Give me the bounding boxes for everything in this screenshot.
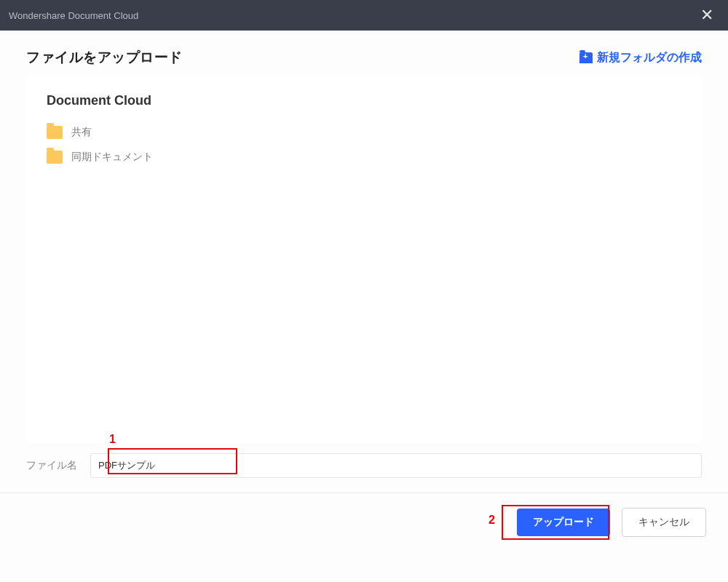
folder-plus-icon (579, 52, 593, 63)
cancel-button[interactable]: キャンセル (622, 508, 706, 537)
filename-label: ファイル名 (26, 459, 77, 472)
folder-label: 共有 (71, 126, 92, 139)
folder-row[interactable]: 同期ドキュメント (47, 145, 681, 170)
folder-row[interactable]: 共有 (47, 120, 681, 145)
folder-icon (47, 151, 63, 164)
filename-row: ファイル名 1 (0, 443, 728, 493)
titlebar: Wondershare Document Cloud ✕ (0, 0, 728, 31)
folder-icon (47, 126, 63, 139)
close-icon[interactable]: ✕ (695, 4, 719, 26)
annotation-number-1: 1 (109, 433, 116, 446)
folder-label: 同期ドキュメント (71, 151, 153, 164)
breadcrumb[interactable]: Document Cloud (47, 93, 681, 108)
titlebar-text: Wondershare Document Cloud (9, 10, 138, 21)
content-card: Document Cloud 共有 同期ドキュメント (26, 76, 702, 443)
new-folder-button[interactable]: 新規フォルダの作成 (579, 50, 702, 65)
new-folder-label: 新規フォルダの作成 (597, 50, 702, 65)
upload-button[interactable]: アップロード (517, 509, 610, 536)
footer: アップロード キャンセル 2 (0, 493, 728, 551)
annotation-number-2: 2 (488, 514, 495, 527)
header: ファイルをアップロード 新規フォルダの作成 (0, 31, 728, 76)
page-title: ファイルをアップロード (26, 48, 183, 67)
filename-input[interactable] (90, 453, 702, 478)
